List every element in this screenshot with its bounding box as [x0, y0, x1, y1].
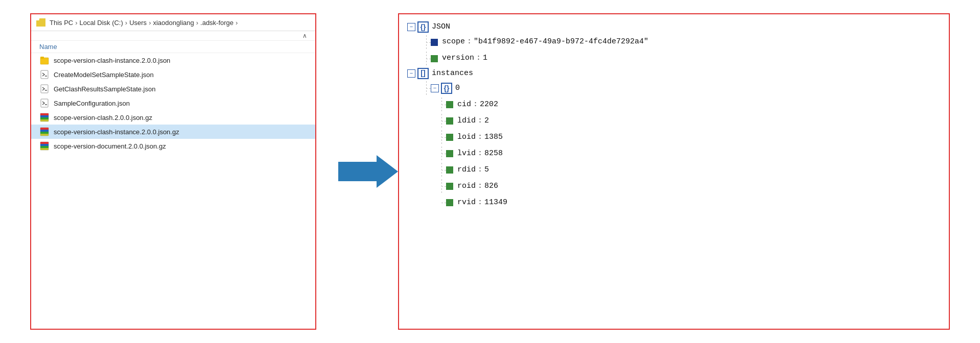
json-obj0-icon: {}	[441, 83, 452, 94]
json-roid-row: roid : 826	[438, 178, 941, 194]
file-name: GetClashResultsSampleState.json	[54, 85, 155, 93]
expand-instances-btn[interactable]: −	[407, 69, 415, 78]
svg-rect-20	[40, 144, 49, 146]
svg-rect-21	[40, 146, 49, 148]
file-name: scope-version-clash.2.0.0.json.gz	[54, 114, 152, 121]
file-name: CreateModelSetSampleState.json	[54, 71, 154, 79]
file-item[interactable]: CreateModelSetSampleState.json	[31, 67, 315, 82]
file-name: scope-version-clash-instance.2.0.0.json	[54, 57, 170, 64]
svg-rect-14	[40, 128, 49, 130]
json-file-icon	[39, 56, 50, 65]
svg-rect-17	[40, 134, 49, 136]
json-ldid-row: ldid : 2	[438, 113, 941, 129]
json-instances-row: − [] instances	[407, 67, 941, 81]
file-name: scope-version-document.2.0.0.json.gz	[54, 142, 166, 150]
json-scope-row: scope : "b41f9892-e467-49a9-b972-4fc4de7…	[423, 34, 941, 51]
file-item[interactable]: SampleConfiguration.json	[31, 96, 315, 110]
svg-rect-11	[40, 117, 49, 119]
svg-rect-9	[40, 113, 49, 115]
script-file-icon	[39, 99, 50, 108]
json-cid-row: cid : 2202	[438, 96, 941, 113]
json-instances-label: instances	[432, 68, 473, 80]
expand-btn[interactable]: −	[407, 23, 415, 31]
script-file-icon	[39, 70, 50, 79]
json-obj0-label: 0	[455, 83, 460, 94]
gz-file-icon	[39, 113, 50, 122]
file-name: scope-version-clash-instance.2.0.0.json.…	[54, 128, 179, 136]
breadcrumb-part: Users	[129, 19, 147, 27]
svg-rect-19	[40, 142, 49, 144]
folder-icon	[36, 18, 45, 27]
json-rvid-row: rvid : 11349	[438, 194, 941, 211]
arrow-container	[326, 162, 388, 181]
json-viewer: − {} JSON scope : "b41f9892-e467-49a9-b9…	[398, 13, 950, 330]
svg-rect-1	[40, 57, 44, 59]
breadcrumb-part: This PC	[50, 19, 73, 27]
file-name: SampleConfiguration.json	[54, 100, 130, 107]
json-root-label: JSON	[432, 21, 450, 33]
json-rdid-row: rdid : 5	[438, 162, 941, 178]
json-object-icon: {}	[417, 21, 429, 33]
arrow-right-icon	[338, 162, 377, 181]
column-header: Name	[31, 41, 315, 53]
script-file-icon	[39, 84, 50, 93]
json-version-row: version : 1	[423, 51, 941, 67]
svg-rect-22	[40, 148, 49, 150]
json-root-node: − {} JSON	[407, 20, 941, 34]
breadcrumb: This PC › Local Disk (C:) › Users › xiao…	[31, 14, 315, 31]
file-item[interactable]: scope-version-document.2.0.0.json.gz	[31, 139, 315, 153]
json-obj0-row: − {} 0	[423, 80, 941, 96]
file-item[interactable]: scope-version-clash.2.0.0.json.gz	[31, 110, 315, 125]
main-container: This PC › Local Disk (C:) › Users › xiao…	[30, 13, 950, 330]
file-list: scope-version-clash-instance.2.0.0.json …	[31, 53, 315, 329]
json-loid-row: loid : 1385	[438, 129, 941, 145]
sort-indicator: ∧	[31, 31, 315, 41]
json-array-icon: []	[417, 68, 429, 79]
svg-rect-15	[40, 130, 49, 132]
breadcrumb-part: Local Disk (C:)	[80, 19, 123, 27]
svg-rect-16	[40, 132, 49, 134]
gz-file-icon	[39, 141, 50, 151]
svg-rect-10	[40, 115, 49, 117]
file-item[interactable]: scope-version-clash-instance.2.0.0.json	[31, 53, 315, 67]
gz-file-icon	[39, 127, 50, 136]
json-lvid-row: lvid : 8258	[438, 145, 941, 162]
breadcrumb-part: .adsk-forge	[200, 19, 234, 27]
file-item-selected[interactable]: scope-version-clash-instance.2.0.0.json.…	[31, 125, 315, 139]
svg-rect-12	[40, 119, 49, 121]
breadcrumb-part: xiaodongliang	[153, 19, 194, 27]
file-item[interactable]: GetClashResultsSampleState.json	[31, 82, 315, 96]
file-explorer: This PC › Local Disk (C:) › Users › xiao…	[30, 13, 316, 330]
